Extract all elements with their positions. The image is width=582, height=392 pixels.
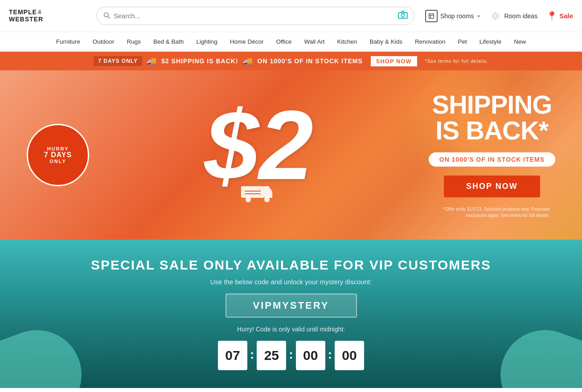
lightbulb-icon: [490, 10, 501, 22]
hero-shop-now-button[interactable]: SHOP NOW: [444, 176, 540, 197]
vip-code: VIPMYSTERY: [253, 300, 329, 311]
nav-home-decor[interactable]: Home Décor: [230, 38, 264, 45]
room-ideas-button[interactable]: Room ideas: [490, 10, 537, 22]
promo-banner: 7 DAYS ONLY 🚚 $2 SHIPPING IS BACK! 🚚 ON …: [0, 52, 582, 70]
hero-days-label: 7 DAYS: [44, 151, 72, 159]
countdown-sep-3: :: [325, 347, 335, 362]
nav-pet[interactable]: Pet: [458, 38, 467, 45]
logo-ampersand: &: [38, 9, 42, 15]
hero-section: HURRY 7 DAYS ONLY $2 SHIPPING IS BACK* O…: [0, 70, 582, 240]
nav-furniture[interactable]: Furniture: [56, 38, 80, 45]
countdown: 07 : 25 : 00 : 00: [218, 341, 364, 370]
shop-rooms-label: Shop rooms: [440, 12, 474, 20]
countdown-minutes: 25: [257, 341, 286, 370]
only-text: ONLY: [49, 159, 66, 164]
hero-truck-icon: [241, 183, 277, 206]
promo-banner-content: 7 DAYS ONLY 🚚 $2 SHIPPING IS BACK! 🚚 ON …: [94, 56, 488, 66]
promo-truck-icon-left: 🚚: [147, 56, 157, 66]
nav-lifestyle[interactable]: Lifestyle: [480, 38, 502, 45]
hero-left: HURRY 7 DAYS ONLY: [27, 124, 89, 186]
brush-decoration-right: [488, 318, 582, 388]
sale-pin-icon: 📍: [546, 11, 557, 21]
svg-point-0: [104, 12, 108, 16]
hero-right: SHIPPING IS BACK* ON 1000'S OF IN STOCK …: [429, 92, 555, 219]
search-input[interactable]: [114, 12, 394, 20]
logo-temple: TEMPLE: [9, 9, 37, 16]
vip-subtitle: Use the below code and unlock your myste…: [210, 278, 372, 286]
svg-rect-4: [429, 13, 434, 18]
hero-shipping-title: SHIPPING IS BACK*: [432, 92, 552, 143]
nav-renovation[interactable]: Renovation: [415, 38, 445, 45]
promo-main-text: $2 SHIPPING IS BACK!: [161, 57, 238, 65]
nav-kitchen[interactable]: Kitchen: [337, 38, 357, 45]
nav-office[interactable]: Office: [276, 38, 291, 45]
hero-offer-note: *Offer ends 31/1/23. Selected products o…: [434, 206, 550, 219]
svg-marker-9: [264, 186, 272, 198]
nav-outdoor[interactable]: Outdoor: [93, 38, 115, 45]
brush-decoration-left: [0, 318, 94, 388]
hero-center: $2: [89, 104, 429, 206]
header: TEMPLE & WEBSTER: [0, 0, 582, 32]
logo-webster: WEBSTER: [9, 16, 43, 23]
svg-point-3: [401, 14, 404, 17]
hero-on-stock: ON 1000'S OF IN STOCK ITEMS: [429, 152, 555, 167]
countdown-frames: 00: [335, 341, 364, 370]
promo-terms: *See terms for full details.: [425, 59, 488, 64]
nav-bed-bath[interactable]: Bed & Bath: [153, 38, 184, 45]
countdown-sep-1: :: [247, 347, 257, 362]
svg-line-1: [108, 16, 110, 18]
nav-wall-art[interactable]: Wall Art: [304, 38, 325, 45]
header-actions: Shop rooms Room ideas 📍 Sale: [425, 10, 573, 22]
svg-rect-8: [241, 186, 264, 198]
vip-section: SPECIAL SALE ONLY AVAILABLE FOR VIP CUST…: [0, 240, 582, 388]
svg-point-10: [246, 197, 251, 202]
svg-point-7: [494, 14, 498, 18]
chevron-down-icon: [476, 14, 481, 18]
countdown-sep-2: :: [286, 347, 295, 362]
promo-truck-icon-right: 🚚: [243, 56, 253, 66]
countdown-seconds: 00: [296, 341, 325, 370]
room-ideas-label: Room ideas: [504, 12, 537, 20]
shop-rooms-button[interactable]: Shop rooms: [425, 10, 481, 22]
camera-icon[interactable]: [398, 11, 408, 21]
hurry-badge: HURRY 7 DAYS ONLY: [27, 124, 89, 186]
vip-title: SPECIAL SALE ONLY AVAILABLE FOR VIP CUST…: [91, 257, 491, 273]
svg-point-11: [264, 197, 270, 202]
countdown-hours: 07: [218, 341, 247, 370]
sale-label: Sale: [559, 12, 573, 20]
search-bar: [96, 7, 414, 25]
nav-lighting[interactable]: Lighting: [196, 38, 217, 45]
nav-baby-kids[interactable]: Baby & Kids: [370, 38, 403, 45]
promo-shop-now[interactable]: SHOP NOW: [371, 56, 417, 66]
vip-code-box[interactable]: VIPMYSTERY: [225, 294, 357, 318]
vip-hurry-text: Hurry! Code is only valid until midnight…: [237, 326, 345, 333]
hero-dollar: $2: [205, 104, 314, 187]
sale-button[interactable]: 📍 Sale: [546, 11, 573, 21]
promo-sub-text: ON 1000'S OF IN STOCK ITEMS: [258, 57, 363, 65]
search-icon: [103, 12, 110, 20]
promo-days-badge: 7 DAYS ONLY: [94, 56, 142, 66]
main-nav: Furniture Outdoor Rugs Bed & Bath Lighti…: [0, 32, 582, 52]
nav-new[interactable]: New: [514, 38, 526, 45]
nav-rugs[interactable]: Rugs: [127, 38, 141, 45]
shop-rooms-icon: [425, 10, 438, 22]
logo[interactable]: TEMPLE & WEBSTER: [9, 9, 89, 23]
